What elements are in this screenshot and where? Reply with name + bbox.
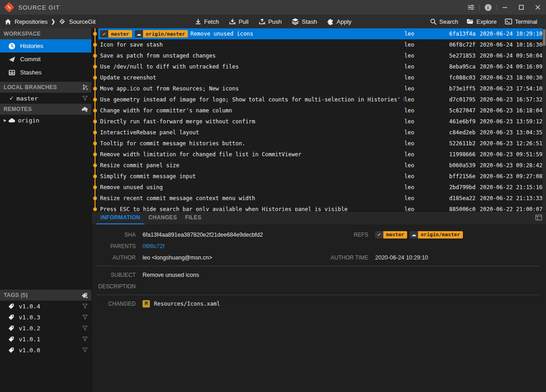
chevron-right-icon: ❯ <box>51 18 55 25</box>
layout-toggle-icon[interactable] <box>535 214 542 221</box>
tag-row[interactable]: v1.0.1 <box>0 334 91 344</box>
breadcrumb-repo[interactable]: SourceGit <box>69 18 95 25</box>
commit-row[interactable]: Resize recent commit message context men… <box>92 193 546 204</box>
stash-button[interactable]: Stash <box>288 15 321 28</box>
commit-subject: ✔master☁origin/masterRemove unused icons <box>98 30 404 37</box>
search-button[interactable]: Search <box>426 15 462 28</box>
commit-row[interactable]: Resize commit panel sizeleob060a5392020-… <box>92 160 546 171</box>
filter-icon[interactable] <box>82 303 88 309</box>
commit-time: 2020-06-23 09:28:42 <box>480 162 544 169</box>
commit-row[interactable]: Use geometry instead of image for logo; … <box>92 94 546 105</box>
changed-file-path: Resources/Icons.xaml <box>154 301 220 307</box>
commit-cells: Remove unused usingleo2bd799bd2020-06-22… <box>98 182 546 193</box>
commit-dot-icon <box>93 54 97 58</box>
changed-file-row[interactable]: MResources/Icons.xaml <box>143 300 540 307</box>
preferences-button[interactable] <box>463 0 479 15</box>
add-tag-icon[interactable] <box>81 292 88 299</box>
scrollbar-thumb[interactable] <box>543 29 546 46</box>
commit-cells: Tooltip for commit message histories but… <box>98 138 546 149</box>
commit-row[interactable]: Tooltip for commit message histories but… <box>92 138 546 149</box>
breadcrumb: Repositories ❯ SourceGit <box>5 18 95 25</box>
minimize-button[interactable] <box>497 0 513 15</box>
sidebar-item-commit[interactable]: Commit <box>0 53 91 66</box>
commit-author: leo <box>404 206 449 211</box>
commit-time: 2020-06-24 10:29:10 <box>480 31 544 37</box>
commit-subject: Icon for save stash <box>98 42 404 48</box>
push-button[interactable]: Push <box>254 15 286 28</box>
ref-name: origin/master <box>418 231 463 238</box>
commit-row[interactable]: Press ESC to hide search bar only availa… <box>92 204 546 211</box>
sidebar-item-stashes[interactable]: Stashes <box>0 66 91 79</box>
filter-icon[interactable] <box>82 95 88 101</box>
tag-row[interactable]: v1.0.0 <box>0 344 91 355</box>
commit-subject: Use geometry instead of image for logo; … <box>98 96 404 103</box>
apply-button[interactable]: Apply <box>323 15 356 28</box>
terminal-button[interactable]: Terminal <box>501 15 541 28</box>
explore-button[interactable]: Explore <box>462 15 501 28</box>
commit-time: 2020-06-23 17:54:10 <box>480 85 544 92</box>
about-button[interactable]: i <box>480 0 496 15</box>
commit-time: 2020-06-24 09:50:04 <box>480 53 544 59</box>
commit-message: Press ESC to hide search bar only availa… <box>100 206 348 211</box>
breadcrumb-repositories[interactable]: Repositories <box>15 18 48 25</box>
scrollbar[interactable] <box>542 28 546 211</box>
tab-information[interactable]: INFORMATION <box>96 212 144 224</box>
filter-icon[interactable] <box>82 314 88 320</box>
cloud-icon: ☁ <box>135 30 143 37</box>
commit-sha: 8eba95ca <box>449 64 480 70</box>
commit-sha: fc088c03 <box>449 74 480 81</box>
tag-row[interactable]: v1.0.2 <box>0 323 91 334</box>
commit-row[interactable]: Use /dev/null to diff with untracked fil… <box>92 61 546 72</box>
maximize-button[interactable] <box>513 0 530 15</box>
filter-icon[interactable] <box>82 347 88 353</box>
commit-row[interactable]: Change width for committer's name column… <box>92 105 546 116</box>
minimize-icon <box>502 5 508 10</box>
commit-dot-icon <box>93 142 97 145</box>
commit-row[interactable]: ✔master☁origin/masterRemove unused icons… <box>92 28 546 39</box>
commit-cells: InteractiveRebase panel layoutleoc84ed2e… <box>98 127 546 138</box>
sidebar-item-histories[interactable]: Histories <box>0 39 91 53</box>
tag-row[interactable]: v1.0.3 <box>0 312 91 323</box>
tab-files[interactable]: FILES <box>181 212 206 224</box>
tab-changes[interactable]: CHANGES <box>144 212 181 224</box>
commit-row[interactable]: Simplify commit message inputleobff2156e… <box>92 171 546 182</box>
home-icon[interactable] <box>5 18 11 25</box>
parents-label: PARENTS <box>96 243 136 249</box>
commit-sha: b73e1ff5 <box>449 85 480 92</box>
commit-subject: Directly run fast-forward merge without … <box>98 118 404 125</box>
tag-name: v1.0.4 <box>19 303 40 310</box>
commit-row[interactable]: Icon for save stashleo06f8c72f2020-06-24… <box>92 39 546 50</box>
tag-name: v1.0.1 <box>19 336 40 343</box>
expander-icon[interactable]: ▶ <box>4 118 6 122</box>
commit-row[interactable]: Directly run fast-forward merge without … <box>92 116 546 127</box>
pull-icon <box>229 18 236 25</box>
commit-row[interactable]: InteractiveRebase panel layoutleoc84ed2e… <box>92 127 546 138</box>
commit-dot-icon <box>93 87 97 90</box>
commit-sha: 2bd799bd <box>449 184 480 191</box>
commit-dot-icon <box>93 109 97 112</box>
remote-row-origin[interactable]: ▶ origin <box>0 115 91 126</box>
commit-cells: Directly run fast-forward merge without … <box>98 116 546 127</box>
about-icon: i <box>485 4 492 11</box>
fetch-button[interactable]: Fetch <box>191 15 223 28</box>
commit-row[interactable]: Move app.ico out from Resources; New ico… <box>92 83 546 94</box>
filter-icon[interactable] <box>82 336 88 342</box>
commit-subject: Remove unused using <box>98 184 404 191</box>
commit-row[interactable]: Remove unused usingleo2bd799bd2020-06-22… <box>92 182 546 193</box>
app-logo-icon <box>4 2 15 13</box>
commit-row[interactable]: Save as patch from unstaged changesleo5e… <box>92 50 546 61</box>
add-branch-icon[interactable] <box>82 84 88 90</box>
preferences-icon <box>467 4 475 11</box>
commit-row[interactable]: Update screenshotleofc088c032020-06-23 1… <box>92 72 546 83</box>
parent-sha-link[interactable]: 06f8c72f <box>143 243 164 249</box>
add-remote-icon[interactable] <box>81 106 88 113</box>
close-button[interactable] <box>530 0 546 15</box>
filter-icon[interactable] <box>82 325 88 331</box>
commit-message: Simplify commit message input <box>100 173 196 180</box>
pull-button[interactable]: Pull <box>225 15 253 28</box>
tab-label: FILES <box>185 214 201 221</box>
commit-subject: Use /dev/null to diff with untracked fil… <box>98 64 404 70</box>
tag-row[interactable]: v1.0.4 <box>0 301 91 312</box>
commit-row[interactable]: Remove width limitation for changed file… <box>92 149 546 160</box>
branch-row-master[interactable]: ✓ master <box>0 93 91 104</box>
